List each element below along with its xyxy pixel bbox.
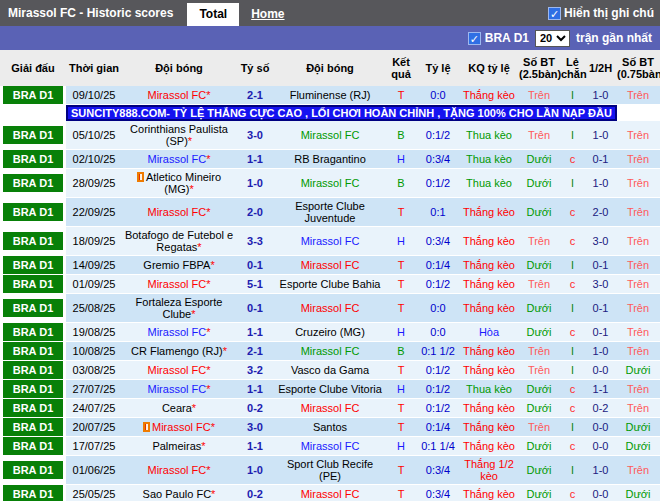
away-team-name: Esporte Clube Juventude xyxy=(295,200,365,224)
handicap-odds: 0:1/2 xyxy=(416,275,460,294)
odd-even: l xyxy=(560,256,585,275)
tab-home[interactable]: Home xyxy=(239,3,296,26)
filter-bar: ✓ BRA D1 20 trận gần nhất xyxy=(0,26,660,50)
match-row: BRA D1 17/07/25 Palmeiras* 1-1 Mirassol … xyxy=(0,437,660,456)
match-date: 19/08/25 xyxy=(66,323,122,342)
over-under-2-5: Dưới xyxy=(518,169,560,198)
match-date: 17/07/25 xyxy=(66,437,122,456)
away-team: Mirassol FC xyxy=(274,256,386,275)
over-under-2-5: Dưới xyxy=(518,485,560,501)
home-team: Ceara* xyxy=(122,399,236,418)
over-under-2-5: Trên xyxy=(518,121,560,150)
home-team-name: Corinthians Paulista (SP) xyxy=(130,123,228,147)
ad-banner-link[interactable]: SUNCITY888.COM- TỶ LỆ THẮNG CỰC CAO , LỐ… xyxy=(66,105,617,121)
result-letter: H xyxy=(386,380,416,399)
result-letter: T xyxy=(386,198,416,227)
league-badge: BRA D1 xyxy=(3,150,63,168)
result-letter: T xyxy=(386,275,416,294)
league-badge: BRA D1 xyxy=(3,437,63,455)
odd-even: c xyxy=(560,227,585,256)
result-letter: H xyxy=(386,227,416,256)
over-under-0-75: Trên xyxy=(616,86,660,105)
away-team-name: Mirassol FC xyxy=(301,177,360,189)
full-time-score: 3-0 xyxy=(236,418,274,437)
half-time-score: 1-0 xyxy=(585,342,616,361)
col-header-league: Giải đấu xyxy=(0,50,66,86)
home-team: Sao Paulo FC* xyxy=(122,485,236,501)
away-team: Vasco da Gama xyxy=(274,361,386,380)
match-date: 05/10/25 xyxy=(66,121,122,150)
handicap-odds: 0:0 xyxy=(416,323,460,342)
half-time-score: 0-0 xyxy=(585,437,616,456)
match-date: 18/09/25 xyxy=(66,227,122,256)
match-row: BRA D1 01/06/25 Mirassol FC* 1-0 Sport C… xyxy=(0,456,660,485)
full-time-score: 1-1 xyxy=(236,380,274,399)
home-team: Mirassol FC* xyxy=(122,380,236,399)
home-team: Mirassol FC* xyxy=(122,86,236,105)
full-time-score: 5-1 xyxy=(236,275,274,294)
half-time-score: 1-0 xyxy=(585,169,616,198)
league-filter-checkbox[interactable]: ✓ BRA D1 xyxy=(468,31,529,45)
match-date: 03/08/25 xyxy=(66,361,122,380)
odds-result: Thắng kèo xyxy=(460,275,518,294)
show-notes-checkbox[interactable]: ✓ Hiển thị ghi chú xyxy=(548,6,654,20)
recent-matches-select[interactable]: 20 xyxy=(535,30,570,47)
odd-even: c xyxy=(560,485,585,501)
result-letter: B xyxy=(386,121,416,150)
handicap-odds: 0:0 xyxy=(416,86,460,105)
col-header-goals-2-5: Số BT (2.5bàn) xyxy=(518,50,560,86)
odds-result: Thắng kèo xyxy=(460,342,518,361)
match-row: BRA D1 03/08/25 Mirassol FC* 3-2 Vasco d… xyxy=(0,361,660,380)
away-team-name: RB Bragantino xyxy=(294,153,366,165)
odds-result: Thắng kèo xyxy=(460,256,518,275)
tab-total[interactable]: Total xyxy=(187,3,239,26)
over-under-0-75: Trên xyxy=(616,456,660,485)
match-row: BRA D1 05/10/25 Corinthians Paulista (SP… xyxy=(0,121,660,150)
card-icon xyxy=(143,422,150,432)
handicap-odds: 0:1/4 xyxy=(416,256,460,275)
over-under-0-75: Trên xyxy=(616,323,660,342)
away-team: Fluminense (RJ) xyxy=(274,86,386,105)
handicap-odds: 0:1/2 xyxy=(416,169,460,198)
over-under-0-75: Trên xyxy=(616,380,660,399)
away-team-name: Cruzeiro (MG) xyxy=(295,326,365,338)
table-body: BRA D1 09/10/25 Mirassol FC* 2-1 Flumine… xyxy=(0,86,660,501)
over-under-0-75: Dưới xyxy=(616,418,660,437)
full-time-score: 0-1 xyxy=(236,294,274,323)
home-team-name: Gremio FBPA xyxy=(143,259,210,271)
odds-result: Thua kèo xyxy=(460,150,518,169)
table-header: Giải đấu Thời gian Đội bóng Tỷ số Đội bó… xyxy=(0,50,660,86)
home-team: Corinthians Paulista (SP)* xyxy=(122,121,236,150)
result-letter: T xyxy=(386,485,416,501)
full-time-score: 1-0 xyxy=(236,169,274,198)
match-date: 14/09/25 xyxy=(66,256,122,275)
odd-even: c xyxy=(560,275,585,294)
half-time-score: 1-0 xyxy=(585,456,616,485)
away-team: Mirassol FC xyxy=(274,227,386,256)
home-team-name: Mirassol FC xyxy=(148,364,207,376)
home-team: Fortaleza Esporte Clube* xyxy=(122,294,236,323)
full-time-score: 1-0 xyxy=(236,456,274,485)
away-team: Sport Club Recife (PE) xyxy=(274,456,386,485)
match-date: 20/07/25 xyxy=(66,418,122,437)
checkbox-check-icon: ✓ xyxy=(548,7,561,20)
home-team-star: * xyxy=(211,421,215,433)
away-team: Mirassol FC xyxy=(274,485,386,501)
league-badge: BRA D1 xyxy=(3,275,63,293)
home-team-name: Mirassol FC xyxy=(148,278,207,290)
odd-even: l xyxy=(560,169,585,198)
away-team: Mirassol FC xyxy=(274,399,386,418)
handicap-odds: 0:1/4 xyxy=(416,418,460,437)
result-letter: B xyxy=(386,342,416,361)
over-under-2-5: Trên xyxy=(518,275,560,294)
odds-result: Thắng kèo xyxy=(460,399,518,418)
title-bar: Mirassol FC - Historic scores Total Home… xyxy=(0,0,660,26)
over-under-2-5: Dưới xyxy=(518,198,560,227)
away-team: Esporte Clube Vitoria xyxy=(274,380,386,399)
over-under-0-75: Trên xyxy=(616,150,660,169)
odd-even: c xyxy=(560,150,585,169)
away-team: Esporte Clube Bahia xyxy=(274,275,386,294)
away-team-name: Sport Club Recife (PE) xyxy=(287,458,373,482)
result-letter: T xyxy=(386,456,416,485)
ad-row: SUNCITY888.COM- TỶ LỆ THẮNG CỰC CAO , LỐ… xyxy=(0,105,660,122)
